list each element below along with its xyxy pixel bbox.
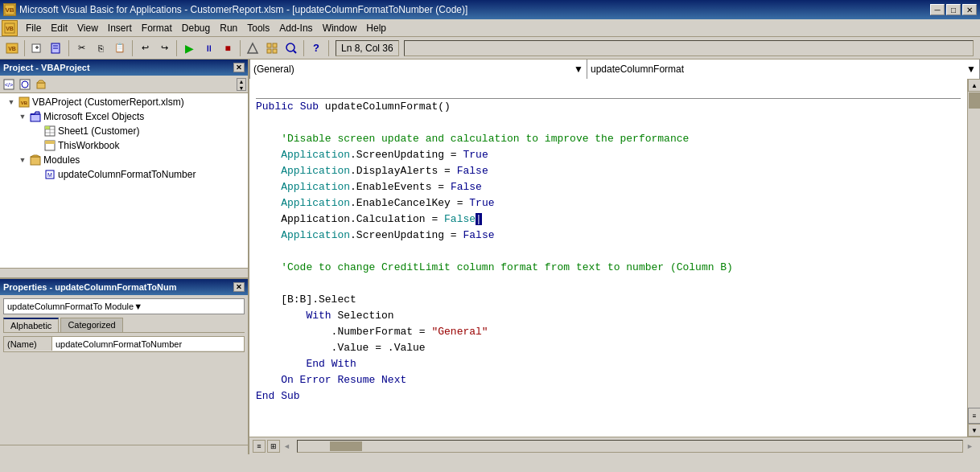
code-panel: (General) ▼ updateColumnFormat ▼ Public … (249, 60, 980, 454)
toggle-folders-btn[interactable] (34, 77, 48, 92)
tree-item-excel-objects[interactable]: ▼ Microsoft Excel Objects (2, 109, 246, 124)
toolbar-sep-7 (328, 40, 329, 56)
code-line-4[interactable]: Application.ScreenUpdating = True (256, 147, 961, 163)
view-btn-2[interactable]: ⊞ (267, 440, 280, 453)
expand-vbaproject[interactable]: ▼ (5, 98, 18, 106)
code-editor[interactable]: Public Sub updateColumnFormat() 'Disable… (249, 79, 967, 437)
scroll-track[interactable] (968, 92, 980, 408)
menu-run[interactable]: Run (215, 21, 242, 35)
tb-pause[interactable]: ⏸ (200, 39, 217, 57)
code-line-1[interactable]: Public Sub updateColumnFormat() (256, 99, 961, 115)
props-row-name: (Name) updateColumnFormatToNumber (4, 337, 244, 351)
module-icon: M (43, 168, 56, 181)
view-object-btn[interactable] (18, 77, 32, 92)
h-scroll-thumb[interactable] (330, 441, 362, 451)
restore-button[interactable]: □ (946, 4, 961, 15)
menu-debug[interactable]: Debug (177, 21, 215, 35)
code-vscrollbar[interactable]: ▲ ≡ ▼ (967, 79, 980, 437)
tb-vbaproject-icon[interactable]: VB (3, 39, 21, 57)
tb-project-explorer[interactable] (263, 39, 281, 57)
svg-marker-37 (31, 155, 40, 157)
menu-window[interactable]: Window (318, 21, 362, 35)
project-title-label: Project - VBAProject (3, 63, 90, 72)
window-controls[interactable]: ─ □ ✕ (930, 4, 977, 15)
tb-redo[interactable]: ↪ (155, 39, 173, 57)
scroll-thumb[interactable] (969, 92, 980, 109)
menu-file[interactable]: File (21, 21, 46, 35)
tb-insert-module[interactable] (28, 39, 46, 57)
project-close-button[interactable]: ✕ (233, 63, 245, 72)
code-line-11[interactable]: 'Code to change CreditLimit column forma… (256, 260, 961, 276)
code-line-6[interactable]: Application.EnableEvents = False (256, 179, 961, 195)
tb-undo[interactable]: ↩ (136, 39, 154, 57)
dropdown2-arrow-icon: ▼ (966, 64, 976, 75)
code-line-3[interactable]: 'Disable screen update and calculation t… (256, 131, 961, 147)
code-line-13[interactable]: [B:B].Select (256, 292, 961, 308)
tree-item-vbaproject[interactable]: ▼ VB VBAProject (CustomerReport.xlsm) (2, 95, 246, 109)
tb-object-browser[interactable] (282, 39, 300, 57)
app-menu-icon: VB (2, 20, 18, 36)
menu-tools[interactable]: Tools (242, 21, 274, 35)
tree-item-module1[interactable]: M updateColumnFormatToNumber (2, 167, 246, 182)
menu-help[interactable]: Help (361, 21, 391, 35)
menu-addins[interactable]: Add-Ins (274, 21, 317, 35)
view-btn-1[interactable]: ≡ (253, 440, 266, 453)
tb-paste[interactable]: 📋 (111, 39, 129, 57)
tree-item-thisworkbook[interactable]: ThisWorkbook (2, 138, 246, 153)
properties-dropdown-value: updateColumnFormatTo Module (7, 302, 134, 311)
tb-help[interactable]: ? (307, 39, 325, 57)
menu-view[interactable]: View (72, 21, 103, 35)
properties-close-button[interactable]: ✕ (233, 282, 245, 292)
tab-categorized[interactable]: Categorized (60, 318, 122, 332)
tb-stop[interactable]: ■ (219, 39, 237, 57)
close-button[interactable]: ✕ (962, 4, 977, 15)
scroll-up-arrow[interactable]: ▲ (968, 79, 980, 92)
dropdown-arrow-icon: ▼ (134, 302, 142, 311)
code-line-0[interactable] (256, 82, 961, 98)
code-line-17[interactable]: End With (256, 356, 961, 372)
workbook-icon (43, 139, 56, 152)
code-line-2[interactable] (256, 115, 961, 131)
thisworkbook-label: ThisWorkbook (58, 140, 119, 151)
tb-copy[interactable]: ⎘ (92, 39, 109, 57)
code-line-10[interactable] (256, 244, 961, 260)
tree-item-modules[interactable]: ▼ Modules (2, 153, 246, 167)
tb-cut[interactable]: ✂ (72, 39, 90, 57)
excel-objects-icon (29, 110, 42, 123)
h-scrollbar[interactable] (297, 440, 963, 453)
props-val-name[interactable]: updateColumnFormatToNumber (52, 337, 244, 351)
toolbar-sep-3 (132, 40, 133, 56)
tb-properties[interactable] (47, 39, 65, 57)
menu-edit[interactable]: Edit (46, 21, 72, 35)
code-line-14[interactable]: With Selection (256, 308, 961, 324)
menu-bar: VB File Edit View Insert Format Debug Ru… (0, 19, 980, 37)
project-hscroll[interactable] (0, 268, 248, 277)
minimize-button[interactable]: ─ (930, 4, 945, 15)
tb-design-mode[interactable] (244, 39, 261, 57)
properties-dropdown[interactable]: updateColumnFormatTo Module ▼ (3, 298, 245, 314)
code-line-15[interactable]: .NumberFormat = "General" (256, 324, 961, 340)
tree-item-sheet1[interactable]: Sheet1 (Customer) (2, 124, 246, 138)
code-line-7[interactable]: Application.EnableCancelKey = True (256, 195, 961, 211)
code-line-5[interactable]: Application.DisplayAlerts = False (256, 163, 961, 179)
view-code-btn[interactable]: </> (2, 77, 16, 92)
properties-scroll[interactable] (0, 445, 248, 454)
expand-excel-objects[interactable]: ▼ (16, 113, 29, 121)
code-line-16[interactable]: .Value = .Value (256, 340, 961, 356)
svg-rect-13 (267, 43, 271, 47)
tab-alphabetic[interactable]: Alphabetic (3, 318, 59, 332)
code-dropdown-proc[interactable]: updateColumnFormat ▼ (587, 60, 980, 79)
menu-insert[interactable]: Insert (103, 21, 137, 35)
code-dropdown-general[interactable]: (General) ▼ (249, 60, 587, 79)
properties-tabs: Alphabetic Categorized (3, 318, 245, 333)
scroll-down-arrow[interactable]: ▼ (968, 424, 980, 437)
code-line-12[interactable] (256, 276, 961, 292)
expand-modules[interactable]: ▼ (16, 156, 29, 164)
code-line-19[interactable]: End Sub (256, 388, 961, 404)
code-line-8[interactable]: Application.Calculation = False| (256, 211, 961, 228)
svg-rect-27 (31, 114, 40, 121)
tb-run[interactable]: ▶ (180, 39, 198, 57)
code-line-9[interactable]: Application.ScreenUpdating = False (256, 228, 961, 244)
code-line-18[interactable]: On Error Resume Next (256, 372, 961, 388)
menu-format[interactable]: Format (137, 21, 177, 35)
